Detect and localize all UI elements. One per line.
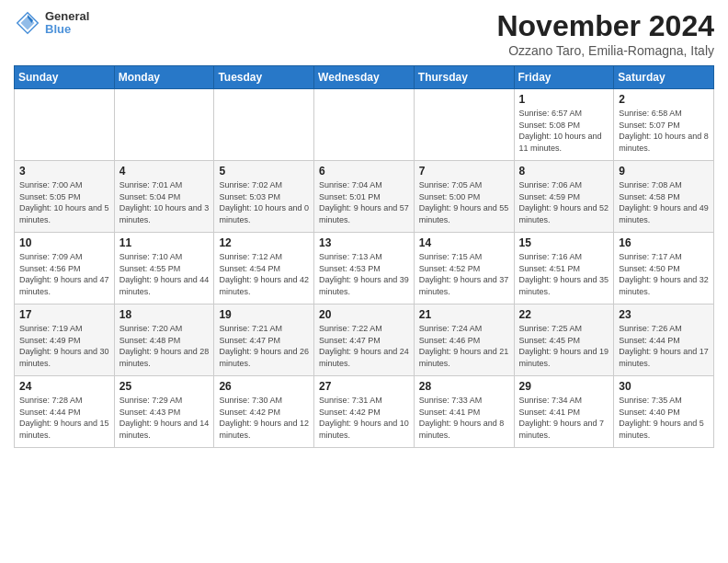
day-number: 6: [319, 165, 409, 178]
cell-2-6: 16Sunrise: 7:17 AM Sunset: 4:50 PM Dayli…: [614, 233, 714, 304]
day-info: Sunrise: 7:15 AM Sunset: 4:52 PM Dayligh…: [419, 251, 509, 297]
logo-icon: [14, 9, 41, 37]
cell-0-1: [114, 89, 214, 161]
day-number: 16: [619, 236, 709, 249]
day-number: 2: [619, 93, 709, 106]
day-info: Sunrise: 7:24 AM Sunset: 4:46 PM Dayligh…: [419, 323, 509, 369]
day-info: Sunrise: 7:22 AM Sunset: 4:47 PM Dayligh…: [319, 323, 409, 369]
day-number: 30: [619, 380, 709, 393]
month-title: November 2024: [496, 9, 714, 43]
week-row-4: 17Sunrise: 7:19 AM Sunset: 4:49 PM Dayli…: [15, 304, 714, 376]
cell-0-0: [15, 89, 115, 161]
col-saturday: Saturday: [614, 66, 714, 89]
day-number: 28: [419, 380, 509, 393]
calendar-body: 1Sunrise: 6:57 AM Sunset: 5:08 PM Daylig…: [15, 89, 714, 448]
col-wednesday: Wednesday: [314, 66, 415, 89]
day-info: Sunrise: 7:08 AM Sunset: 4:58 PM Dayligh…: [619, 179, 709, 225]
day-info: Sunrise: 7:09 AM Sunset: 4:56 PM Dayligh…: [19, 251, 109, 297]
day-number: 14: [419, 236, 509, 249]
day-number: 12: [219, 236, 309, 249]
cell-1-2: 5Sunrise: 7:02 AM Sunset: 5:03 PM Daylig…: [214, 161, 314, 233]
day-info: Sunrise: 7:19 AM Sunset: 4:49 PM Dayligh…: [19, 323, 109, 369]
cell-3-1: 18Sunrise: 7:20 AM Sunset: 4:48 PM Dayli…: [114, 304, 214, 376]
day-number: 26: [219, 380, 309, 393]
cell-0-6: 2Sunrise: 6:58 AM Sunset: 5:07 PM Daylig…: [614, 89, 714, 161]
col-sunday: Sunday: [15, 66, 115, 89]
day-info: Sunrise: 7:30 AM Sunset: 4:42 PM Dayligh…: [219, 395, 309, 441]
day-number: 19: [219, 308, 309, 321]
day-number: 3: [19, 165, 109, 178]
cell-3-5: 22Sunrise: 7:25 AM Sunset: 4:45 PM Dayli…: [514, 304, 614, 376]
col-tuesday: Tuesday: [214, 66, 314, 89]
cell-0-5: 1Sunrise: 6:57 AM Sunset: 5:08 PM Daylig…: [514, 89, 614, 161]
day-info: Sunrise: 7:17 AM Sunset: 4:50 PM Dayligh…: [619, 251, 709, 297]
day-info: Sunrise: 7:12 AM Sunset: 4:54 PM Dayligh…: [219, 251, 309, 297]
day-number: 15: [519, 236, 609, 249]
cell-4-4: 28Sunrise: 7:33 AM Sunset: 4:41 PM Dayli…: [414, 376, 514, 448]
cell-2-3: 13Sunrise: 7:13 AM Sunset: 4:53 PM Dayli…: [314, 233, 415, 304]
cell-3-0: 17Sunrise: 7:19 AM Sunset: 4:49 PM Dayli…: [15, 304, 115, 376]
cell-2-2: 12Sunrise: 7:12 AM Sunset: 4:54 PM Dayli…: [214, 233, 314, 304]
cell-3-3: 20Sunrise: 7:22 AM Sunset: 4:47 PM Dayli…: [314, 304, 415, 376]
cell-1-6: 9Sunrise: 7:08 AM Sunset: 4:58 PM Daylig…: [614, 161, 714, 233]
col-friday: Friday: [514, 66, 614, 89]
calendar-header: Sunday Monday Tuesday Wednesday Thursday…: [15, 66, 714, 89]
day-number: 25: [119, 380, 210, 393]
day-info: Sunrise: 7:28 AM Sunset: 4:44 PM Dayligh…: [19, 395, 109, 441]
cell-1-3: 6Sunrise: 7:04 AM Sunset: 5:01 PM Daylig…: [314, 161, 415, 233]
day-number: 8: [519, 165, 609, 178]
day-info: Sunrise: 7:33 AM Sunset: 4:41 PM Dayligh…: [419, 395, 509, 441]
logo-text: General Blue: [45, 10, 89, 37]
title-block: November 2024 Ozzano Taro, Emilia-Romagn…: [496, 9, 714, 58]
day-info: Sunrise: 7:34 AM Sunset: 4:41 PM Dayligh…: [519, 395, 609, 441]
day-info: Sunrise: 7:21 AM Sunset: 4:47 PM Dayligh…: [219, 323, 309, 369]
day-info: Sunrise: 7:13 AM Sunset: 4:53 PM Dayligh…: [319, 251, 409, 297]
day-info: Sunrise: 7:05 AM Sunset: 5:00 PM Dayligh…: [419, 179, 509, 225]
day-number: 29: [519, 380, 609, 393]
cell-0-2: [214, 89, 314, 161]
cell-3-2: 19Sunrise: 7:21 AM Sunset: 4:47 PM Dayli…: [214, 304, 314, 376]
location: Ozzano Taro, Emilia-Romagna, Italy: [496, 43, 714, 58]
cell-4-0: 24Sunrise: 7:28 AM Sunset: 4:44 PM Dayli…: [15, 376, 115, 448]
day-number: 24: [19, 380, 109, 393]
cell-0-4: [414, 89, 514, 161]
day-info: Sunrise: 7:01 AM Sunset: 5:04 PM Dayligh…: [119, 179, 210, 225]
day-info: Sunrise: 7:04 AM Sunset: 5:01 PM Dayligh…: [319, 179, 409, 225]
day-info: Sunrise: 7:25 AM Sunset: 4:45 PM Dayligh…: [519, 323, 609, 369]
col-monday: Monday: [114, 66, 214, 89]
day-info: Sunrise: 7:10 AM Sunset: 4:55 PM Dayligh…: [119, 251, 210, 297]
logo: General Blue: [14, 9, 89, 37]
week-row-3: 10Sunrise: 7:09 AM Sunset: 4:56 PM Dayli…: [15, 233, 714, 304]
day-number: 20: [319, 308, 409, 321]
cell-4-6: 30Sunrise: 7:35 AM Sunset: 4:40 PM Dayli…: [614, 376, 714, 448]
day-info: Sunrise: 7:29 AM Sunset: 4:43 PM Dayligh…: [119, 395, 210, 441]
day-number: 10: [19, 236, 109, 249]
day-number: 22: [519, 308, 609, 321]
day-number: 17: [19, 308, 109, 321]
day-number: 9: [619, 165, 709, 178]
day-number: 27: [319, 380, 409, 393]
day-info: Sunrise: 6:58 AM Sunset: 5:07 PM Dayligh…: [619, 108, 709, 154]
cell-1-0: 3Sunrise: 7:00 AM Sunset: 5:05 PM Daylig…: [15, 161, 115, 233]
col-thursday: Thursday: [414, 66, 514, 89]
day-number: 21: [419, 308, 509, 321]
logo-line2: Blue: [45, 23, 89, 36]
cell-3-6: 23Sunrise: 7:26 AM Sunset: 4:44 PM Dayli…: [614, 304, 714, 376]
day-info: Sunrise: 7:20 AM Sunset: 4:48 PM Dayligh…: [119, 323, 210, 369]
day-number: 13: [319, 236, 409, 249]
cell-4-1: 25Sunrise: 7:29 AM Sunset: 4:43 PM Dayli…: [114, 376, 214, 448]
day-number: 18: [119, 308, 210, 321]
cell-2-4: 14Sunrise: 7:15 AM Sunset: 4:52 PM Dayli…: [414, 233, 514, 304]
day-info: Sunrise: 6:57 AM Sunset: 5:08 PM Dayligh…: [519, 108, 609, 154]
cell-2-5: 15Sunrise: 7:16 AM Sunset: 4:51 PM Dayli…: [514, 233, 614, 304]
header-row: Sunday Monday Tuesday Wednesday Thursday…: [15, 66, 714, 89]
day-number: 11: [119, 236, 210, 249]
day-number: 23: [619, 308, 709, 321]
day-number: 1: [519, 93, 609, 106]
cell-2-0: 10Sunrise: 7:09 AM Sunset: 4:56 PM Dayli…: [15, 233, 115, 304]
day-info: Sunrise: 7:35 AM Sunset: 4:40 PM Dayligh…: [619, 395, 709, 441]
day-number: 7: [419, 165, 509, 178]
logo-line1: General: [45, 10, 89, 23]
cell-2-1: 11Sunrise: 7:10 AM Sunset: 4:55 PM Dayli…: [114, 233, 214, 304]
calendar-table: Sunday Monday Tuesday Wednesday Thursday…: [14, 65, 714, 448]
